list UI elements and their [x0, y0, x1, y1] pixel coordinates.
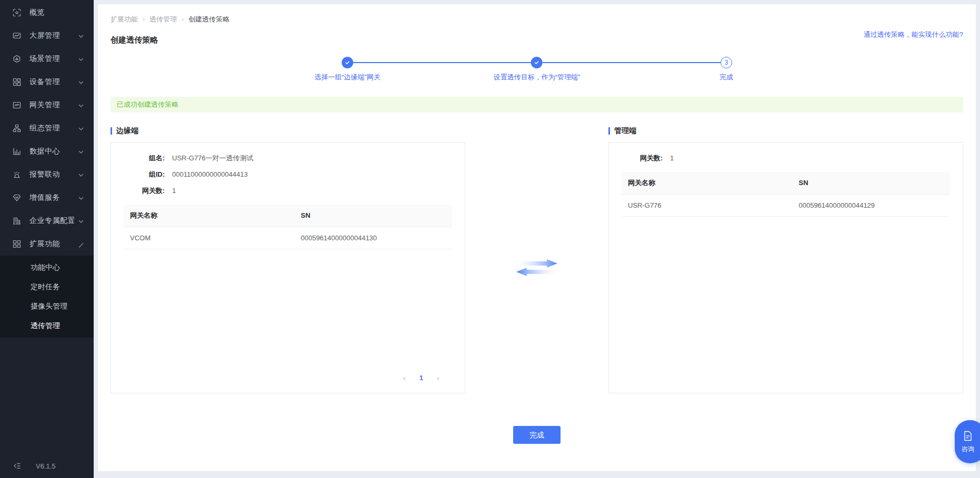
sidebar-menu: 概览大屏管理场景管理设备管理网关管理组态管理数据中心报警联动增值服务企业专属配置…	[0, 0, 94, 338]
overview-icon	[13, 8, 21, 17]
table-cell: VCOM	[124, 227, 294, 249]
version-label: V6.1.5	[36, 462, 56, 470]
success-alert: 已成功创建透传策略	[111, 97, 963, 113]
section-marker	[608, 127, 610, 135]
pagination-prev-icon[interactable]: ‹	[403, 373, 406, 382]
chevron-down-icon	[78, 171, 84, 178]
sidebar-subitem-passthrough-management[interactable]: 透传管理	[0, 316, 94, 335]
alarm-icon	[13, 170, 21, 179]
sidebar-item-alarm[interactable]: 报警联动	[0, 163, 94, 186]
footer-actions: 完成	[98, 426, 976, 444]
manage-panel-header: 管理端	[608, 126, 963, 136]
chevron-up-icon	[78, 241, 84, 247]
field-row: 网关数:1	[124, 186, 452, 196]
breadcrumb-separator-icon: ›	[182, 16, 184, 23]
extension-icon	[13, 240, 21, 248]
sidebar: 概览大屏管理场景管理设备管理网关管理组态管理数据中心报警联动增值服务企业专属配置…	[0, 0, 94, 478]
title-row: 创建透传策略 通过透传策略，能实现什么功能?	[98, 35, 976, 45]
sidebar-item-data[interactable]: 数据中心	[0, 140, 94, 163]
edge-panel-title: 边缘端	[116, 126, 138, 136]
chevron-down-icon	[78, 148, 84, 155]
sidebar-item-enterprise[interactable]: 企业专属配置	[0, 209, 94, 232]
field-row: 组ID:00011000000000044413	[124, 169, 452, 180]
gateway-icon	[13, 101, 21, 109]
step-1-circle	[342, 57, 353, 68]
table-cell: USR-G776	[622, 194, 792, 216]
page-title: 创建透传策略	[111, 35, 158, 44]
table-header-name: 网关名称	[622, 172, 792, 194]
manage-panel-title: 管理端	[614, 126, 636, 136]
breadcrumb-item-3: 创建透传策略	[188, 15, 229, 24]
manage-fields: 网关数:1	[622, 153, 950, 164]
sidebar-item-screen[interactable]: 大屏管理	[0, 24, 94, 47]
pagination-next-icon[interactable]: ›	[437, 373, 439, 382]
chevron-down-icon	[78, 79, 84, 85]
sidebar-subitem-feature-center[interactable]: 功能中心	[0, 258, 94, 277]
chevron-down-icon	[78, 56, 84, 62]
chevron-down-icon	[78, 33, 84, 39]
field-row: 组名:USR-G776一对一透传测试	[124, 153, 452, 164]
edge-panel-card: 组名:USR-G776一对一透传测试组ID:000110000000000444…	[111, 142, 465, 393]
step-3-label: 完成	[719, 73, 733, 82]
sidebar-item-extension[interactable]: 扩展功能	[0, 232, 94, 256]
collapse-sidebar-icon[interactable]	[13, 462, 21, 470]
config-icon	[13, 124, 21, 133]
chevron-down-icon	[78, 195, 84, 201]
step-1-label: 选择一组“边缘端”网关	[314, 73, 381, 82]
sidebar-item-label: 概览	[29, 8, 94, 17]
table-row: USR-G77600059614000000044129	[622, 194, 950, 216]
field-value: USR-G776一对一透传测试	[172, 153, 254, 164]
chevron-down-icon	[78, 125, 84, 131]
edge-panel: 边缘端 组名:USR-G776一对一透传测试组ID:00011000000000…	[111, 126, 465, 393]
table-header-sn: SN	[792, 172, 950, 194]
field-label: 网关数:	[622, 153, 663, 164]
sidebar-item-device[interactable]: 设备管理	[0, 70, 94, 94]
sidebar-item-overview[interactable]: 概览	[0, 1, 94, 24]
sidebar-submenu: 功能中心定时任务摄像头管理透传管理	[0, 256, 94, 338]
table-header-sn: SN	[294, 205, 452, 227]
edge-gateway-table: 网关名称SNVCOM00059614000000044130	[124, 205, 452, 249]
pagination-page-1[interactable]: 1	[419, 374, 423, 382]
field-row: 网关数:1	[622, 153, 950, 164]
field-label: 组ID:	[124, 169, 165, 180]
step-3-circle: 3	[721, 57, 732, 68]
field-value: 00011000000000044413	[172, 169, 248, 180]
consult-button[interactable]: 咨询	[955, 420, 980, 463]
sidebar-item-scene[interactable]: 场景管理	[0, 47, 94, 70]
sidebar-item-gateway[interactable]: 网关管理	[0, 94, 94, 117]
table-cell: 00059614000000044129	[792, 194, 950, 216]
table-cell: 00059614000000044130	[294, 227, 452, 249]
edge-panel-header: 边缘端	[111, 126, 465, 136]
help-link[interactable]: 通过透传策略，能实现什么功能?	[864, 30, 963, 39]
breadcrumb: 扩展功能›透传管理›创建透传策略	[98, 4, 976, 24]
sidebar-item-vas[interactable]: 增值服务	[0, 186, 94, 209]
sidebar-subitem-scheduled-tasks[interactable]: 定时任务	[0, 277, 94, 297]
data-exchange-icon	[515, 257, 558, 278]
step-3: 3完成	[719, 57, 733, 82]
consult-doc-icon	[962, 430, 978, 442]
vas-icon	[13, 194, 21, 202]
content-card: 扩展功能›透传管理›创建透传策略 创建透传策略 通过透传策略，能实现什么功能? …	[98, 4, 976, 471]
data-icon	[13, 147, 21, 156]
breadcrumb-item-1[interactable]: 扩展功能	[111, 15, 138, 24]
exchange-area	[465, 126, 608, 393]
table-row: VCOM00059614000000044130	[124, 227, 452, 249]
step-1: 选择一组“边缘端”网关	[314, 57, 381, 82]
manage-panel-card: 网关数:1 网关名称SNUSR-G77600059614000000044129	[608, 142, 963, 393]
chevron-down-icon	[78, 102, 84, 108]
step-2: 设置透传目标，作为“管理端”	[494, 57, 581, 82]
pagination: ‹ 1 ›	[403, 373, 439, 382]
step-2-circle	[531, 57, 543, 68]
app-root: 概览大屏管理场景管理设备管理网关管理组态管理数据中心报警联动增值服务企业专属配置…	[0, 0, 980, 478]
field-label: 组名:	[124, 153, 165, 164]
sidebar-item-config[interactable]: 组态管理	[0, 117, 94, 140]
field-value: 1	[172, 186, 176, 196]
breadcrumb-separator-icon: ›	[143, 16, 145, 23]
chevron-down-icon	[78, 218, 84, 224]
finish-button[interactable]: 完成	[513, 426, 561, 444]
sidebar-subitem-camera-management[interactable]: 摄像头管理	[0, 297, 94, 316]
screen-icon	[13, 32, 21, 40]
field-value: 1	[670, 153, 674, 164]
breadcrumb-item-2[interactable]: 透传管理	[149, 15, 177, 24]
stepper: 选择一组“边缘端”网关设置透传目标，作为“管理端”3完成	[98, 52, 976, 86]
